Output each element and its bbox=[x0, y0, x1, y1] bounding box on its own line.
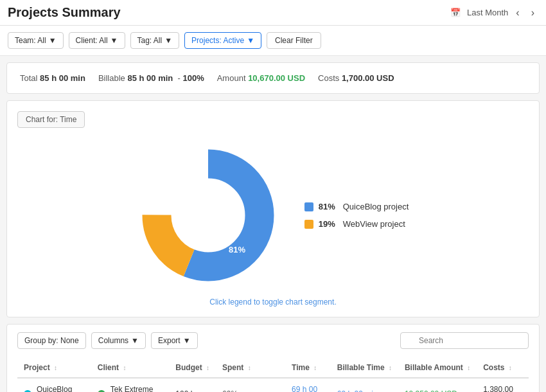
sort-icon: ↕ bbox=[509, 364, 512, 371]
billable-pct: 100% bbox=[182, 73, 204, 83]
col-costs[interactable]: Costs ↕ bbox=[477, 358, 529, 378]
client-name: Tek Extreme Ltd. bbox=[110, 385, 163, 392]
tag-filter-button[interactable]: Tag: All ▼ bbox=[130, 32, 180, 49]
sort-icon: ↕ bbox=[54, 364, 57, 371]
billable-summary: Billable 85 h 00 min - 100% bbox=[98, 73, 204, 83]
total-summary: Total 85 h 00 min bbox=[20, 73, 85, 83]
tag-filter-label: Tag: All bbox=[137, 36, 163, 45]
spent-pct: 69% bbox=[222, 389, 243, 392]
chevron-down-icon: ▼ bbox=[110, 36, 118, 45]
cell-budget: 100 h bbox=[169, 378, 216, 392]
cell-client: Tek Extreme Ltd. bbox=[91, 378, 170, 392]
calendar-icon: 📅 bbox=[450, 8, 461, 17]
cell-costs: 1,380.00 USD bbox=[477, 378, 529, 392]
sort-icon: ↕ bbox=[206, 364, 209, 371]
col-billable-time[interactable]: Billable Time ↕ bbox=[331, 358, 398, 378]
costs-summary: Costs 1,700.00 USD bbox=[318, 73, 394, 83]
table-section: Group by: None Columns ▼ Export ▼ 🔍 Proj… bbox=[6, 324, 540, 392]
export-label: Export bbox=[158, 336, 181, 345]
chart-area: 81% 19% 81% QuiceBlog project 19% WebVie… bbox=[17, 138, 529, 292]
cell-billable-amount: 10,350.00 USD bbox=[398, 378, 477, 392]
legend-color-quiceblog bbox=[304, 202, 313, 211]
sort-icon: ↕ bbox=[467, 364, 470, 371]
filter-bar: Team: All ▼ Client: All ▼ Tag: All ▼ Pro… bbox=[0, 26, 546, 56]
projects-filter-label: Projects: Active bbox=[191, 36, 244, 45]
prev-period-button[interactable]: ‹ bbox=[512, 6, 523, 20]
projects-filter-button[interactable]: Projects: Active ▼ bbox=[184, 32, 261, 49]
table-row: QuiceBlog project Tek Extreme Ltd. 100 h… bbox=[17, 378, 529, 392]
cell-spent: 69% bbox=[216, 378, 285, 392]
columns-button[interactable]: Columns ▼ bbox=[91, 332, 146, 349]
chevron-down-icon: ▼ bbox=[183, 336, 191, 345]
search-input[interactable] bbox=[400, 332, 529, 349]
period-label: Last Month bbox=[467, 8, 508, 17]
legend-label-quiceblog: QuiceBlog project bbox=[343, 202, 409, 211]
sort-icon: ↕ bbox=[248, 364, 251, 371]
legend-pct-webview: 19% bbox=[319, 219, 335, 229]
legend-pct-quiceblog: 81% bbox=[319, 202, 335, 211]
amount-summary: Amount 10,670.00 USD bbox=[217, 73, 305, 83]
page-header: Projects Summary 📅 Last Month ‹ › bbox=[0, 0, 546, 26]
total-value: 85 h 00 min bbox=[40, 73, 85, 83]
group-by-label: Group by: None bbox=[24, 336, 79, 345]
sort-icon: ↕ bbox=[389, 364, 392, 371]
chevron-down-icon: ▼ bbox=[164, 36, 172, 45]
export-button[interactable]: Export ▼ bbox=[151, 332, 198, 349]
donut-chart: 81% 19% bbox=[137, 145, 279, 286]
team-filter-label: Team: All bbox=[15, 36, 46, 45]
col-spent[interactable]: Spent ↕ bbox=[216, 358, 285, 378]
chevron-down-icon: ▼ bbox=[131, 336, 139, 345]
legend-color-webview bbox=[304, 220, 313, 229]
table-header-row: Project ↕ Client ↕ Budget ↕ Spent ↕ Time… bbox=[17, 358, 529, 378]
next-period-button[interactable]: › bbox=[527, 6, 538, 20]
legend-label-webview: WebView project bbox=[343, 219, 405, 229]
col-project[interactable]: Project ↕ bbox=[17, 358, 91, 378]
chevron-down-icon: ▼ bbox=[247, 36, 254, 45]
client-filter-label: Client: All bbox=[76, 36, 108, 45]
group-by-button[interactable]: Group by: None bbox=[17, 332, 86, 349]
cell-time: 69 h 00 min bbox=[285, 378, 331, 392]
col-client[interactable]: Client ↕ bbox=[91, 358, 170, 378]
chart-legend: 81% QuiceBlog project 19% WebView projec… bbox=[304, 202, 409, 229]
cell-project: QuiceBlog project bbox=[17, 378, 91, 392]
amount-value: 10,670.00 USD bbox=[248, 73, 305, 83]
chart-hint: Click legend to toggle chart segment. bbox=[17, 298, 529, 307]
sort-icon: ↕ bbox=[313, 364, 317, 371]
page-title: Projects Summary bbox=[8, 5, 121, 20]
summary-bar: Total 85 h 00 min Billable 85 h 00 min -… bbox=[6, 62, 540, 94]
chevron-down-icon: ▼ bbox=[49, 36, 57, 45]
col-billable-amount[interactable]: Billable Amount ↕ bbox=[398, 358, 477, 378]
col-budget[interactable]: Budget ↕ bbox=[169, 358, 216, 378]
col-time[interactable]: Time ↕ bbox=[285, 358, 331, 378]
table-toolbar: Group by: None Columns ▼ Export ▼ 🔍 bbox=[17, 332, 529, 349]
legend-item-quiceblog[interactable]: 81% QuiceBlog project bbox=[304, 202, 409, 211]
search-wrap: 🔍 bbox=[400, 332, 529, 349]
projects-table: Project ↕ Client ↕ Budget ↕ Spent ↕ Time… bbox=[17, 358, 529, 392]
header-period: 📅 Last Month ‹ › bbox=[450, 6, 538, 20]
columns-label: Columns bbox=[98, 336, 128, 345]
legend-item-webview[interactable]: 19% WebView project bbox=[304, 219, 409, 229]
costs-value: 1,700.00 USD bbox=[342, 73, 394, 83]
team-filter-button[interactable]: Team: All ▼ bbox=[8, 32, 64, 49]
chart-for-button[interactable]: Chart for: Time bbox=[17, 111, 85, 128]
clear-filter-button[interactable]: Clear Filter bbox=[267, 32, 321, 49]
cell-billable-time: 69 h 00 min bbox=[331, 378, 398, 392]
sort-icon: ↕ bbox=[123, 364, 126, 371]
search-area: 🔍 bbox=[400, 332, 529, 349]
chart-section: Chart for: Time 81% 19% 81% QuiceBlog p bbox=[6, 100, 540, 317]
svg-text:81%: 81% bbox=[229, 245, 245, 254]
project-name: QuiceBlog project bbox=[37, 385, 85, 392]
client-filter-button[interactable]: Client: All ▼ bbox=[69, 32, 125, 49]
billable-value: 85 h 00 min bbox=[127, 73, 173, 83]
svg-text:19%: 19% bbox=[182, 209, 199, 218]
